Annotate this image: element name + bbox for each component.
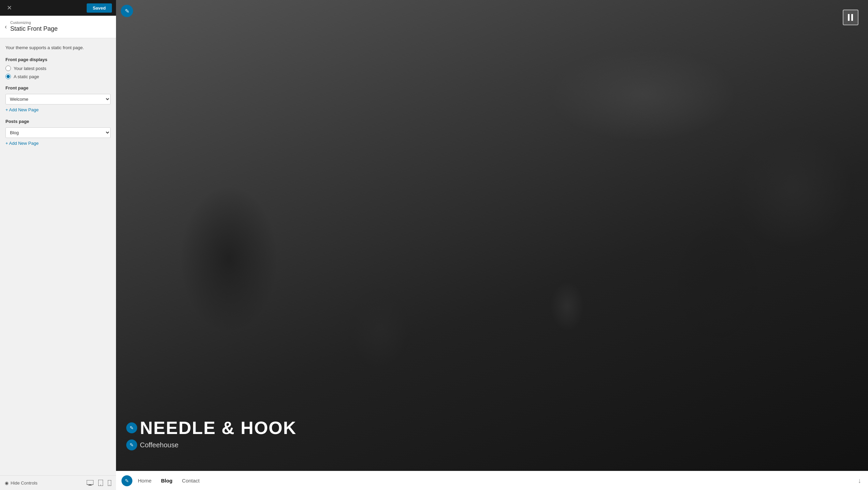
tablet-icon bbox=[98, 480, 103, 486]
svg-rect-8 bbox=[851, 14, 853, 21]
brand-subtitle: Coffeehouse bbox=[140, 441, 178, 449]
hero-section: ✎ ✎ NEEDLE & HOOK ✎ Coffeehouse bbox=[116, 0, 868, 471]
desktop-view-button[interactable] bbox=[87, 480, 93, 486]
svg-rect-7 bbox=[848, 14, 850, 21]
brand-title-row: ✎ NEEDLE & HOOK bbox=[126, 418, 296, 438]
desktop-icon bbox=[87, 480, 93, 486]
circle-icon: ◉ bbox=[5, 480, 9, 486]
tablet-view-button[interactable] bbox=[98, 480, 103, 486]
pencil-icon: ✎ bbox=[130, 442, 134, 448]
front-page-select[interactable]: Welcome About Contact Blog bbox=[5, 94, 111, 104]
brand-title: NEEDLE & HOOK bbox=[140, 418, 296, 438]
svg-rect-1 bbox=[89, 485, 91, 485]
mobile-view-button[interactable] bbox=[108, 480, 111, 486]
device-icons bbox=[87, 480, 111, 486]
close-button[interactable]: ✕ bbox=[4, 3, 14, 13]
radio-latest-posts[interactable]: Your latest posts bbox=[5, 66, 111, 71]
svg-rect-2 bbox=[88, 485, 92, 486]
preview-area: ✎ ✎ NEEDLE & HOOK ✎ Coffeehouse bbox=[116, 0, 868, 490]
section-header: ‹ Customizing Static Front Page bbox=[0, 16, 116, 38]
customizer-panel: ✕ Saved ‹ Customizing Static Front Page … bbox=[0, 0, 116, 490]
saved-button[interactable]: Saved bbox=[87, 3, 112, 13]
radio-static-page[interactable]: A static page bbox=[5, 74, 111, 79]
posts-page-select[interactable]: Blog News — Select — bbox=[5, 127, 111, 138]
mobile-icon bbox=[108, 480, 111, 486]
brand-subtitle-edit-button[interactable]: ✎ bbox=[126, 439, 137, 450]
section-title: Static Front Page bbox=[10, 25, 58, 33]
nav-bar: ✎ Home Blog Contact ↓ bbox=[116, 471, 868, 490]
brand-title-edit-button[interactable]: ✎ bbox=[126, 422, 137, 433]
front-page-group: Front page Welcome About Contact Blog + … bbox=[5, 85, 111, 113]
back-button[interactable]: ‹ bbox=[5, 23, 7, 30]
posts-page-label: Posts page bbox=[5, 119, 111, 124]
radio-static-page-label: A static page bbox=[14, 74, 39, 79]
nav-edit-button[interactable]: ✎ bbox=[121, 475, 132, 486]
pencil-icon: ✎ bbox=[130, 425, 134, 431]
radio-static-page-input[interactable] bbox=[5, 74, 11, 79]
pause-button[interactable] bbox=[843, 10, 858, 25]
hero-edit-button[interactable]: ✎ bbox=[121, 5, 133, 17]
description-text: Your theme supports a static front page. bbox=[5, 44, 111, 51]
front-page-label: Front page bbox=[5, 85, 111, 90]
front-page-displays-label: Front page displays bbox=[5, 57, 111, 62]
svg-point-6 bbox=[109, 485, 110, 485]
bottom-bar: ◉ Hide Controls bbox=[0, 475, 116, 490]
posts-page-group: Posts page Blog News — Select — + Add Ne… bbox=[5, 119, 111, 146]
panel-content: Your theme supports a static front page.… bbox=[0, 38, 116, 475]
pencil-icon: ✎ bbox=[125, 478, 129, 484]
customizing-label: Customizing bbox=[10, 20, 58, 25]
nav-item-home[interactable]: Home bbox=[138, 478, 151, 484]
radio-latest-posts-label: Your latest posts bbox=[14, 66, 46, 71]
pencil-icon: ✎ bbox=[125, 8, 129, 14]
front-page-add-new-link[interactable]: + Add New Page bbox=[5, 107, 39, 112]
hide-controls-button[interactable]: ◉ Hide Controls bbox=[5, 480, 38, 486]
hero-scene bbox=[116, 0, 868, 471]
posts-page-add-new-link[interactable]: + Add New Page bbox=[5, 141, 39, 146]
svg-point-4 bbox=[100, 485, 101, 486]
nav-item-blog[interactable]: Blog bbox=[161, 478, 172, 484]
radio-latest-posts-input[interactable] bbox=[5, 66, 11, 71]
nav-items: Home Blog Contact bbox=[138, 478, 863, 484]
scroll-down-icon: ↓ bbox=[858, 477, 861, 485]
front-page-displays-group: Front page displays Your latest posts A … bbox=[5, 57, 111, 79]
svg-rect-0 bbox=[87, 480, 93, 485]
nav-item-contact[interactable]: Contact bbox=[182, 478, 200, 484]
brand-subtitle-row: ✎ Coffeehouse bbox=[126, 439, 296, 450]
section-header-text: Customizing Static Front Page bbox=[10, 20, 58, 33]
hide-controls-label: Hide Controls bbox=[11, 480, 38, 486]
hero-branding: ✎ NEEDLE & HOOK ✎ Coffeehouse bbox=[126, 418, 296, 450]
pause-icon bbox=[848, 14, 854, 21]
top-bar: ✕ Saved bbox=[0, 0, 116, 16]
